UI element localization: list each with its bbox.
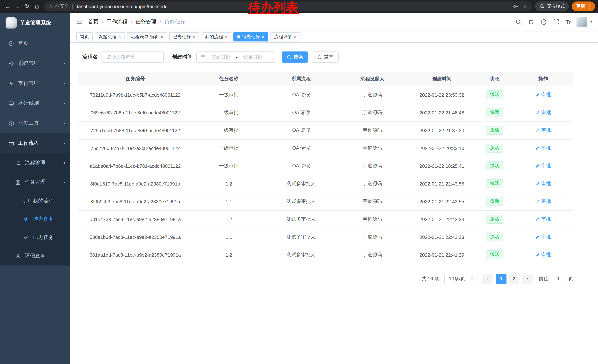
search-button-label: 搜索 xyxy=(293,54,303,60)
sidebar-item-workflow[interactable]: 工作流程 ▴ xyxy=(0,133,70,153)
initiator: 芋道源码 xyxy=(337,193,407,210)
next-page-button[interactable]: › xyxy=(523,274,533,284)
tab-close-icon[interactable]: × xyxy=(193,34,195,39)
created-time: 2022-01-21 22:41:29 xyxy=(407,246,476,264)
table-row: 381aa1dd-7ac8-11ec-a9e2-a2380e71991a1.2测… xyxy=(78,246,573,264)
key-icon[interactable] xyxy=(513,4,519,9)
process-name-input[interactable] xyxy=(101,51,164,63)
sidebar-item-pay[interactable]: ¥ 支付管理 ▾ xyxy=(0,73,70,93)
search-button[interactable]: 搜索 xyxy=(282,51,308,63)
page-number-button[interactable]: 2 xyxy=(509,274,519,284)
tab-close-icon[interactable]: × xyxy=(118,34,121,39)
sidebar-item-label: 我的流程 xyxy=(33,198,65,204)
start-date-input[interactable] xyxy=(207,54,234,60)
approve-link[interactable]: 审批 xyxy=(535,216,551,223)
tab-首页[interactable]: 首页 xyxy=(76,32,93,41)
sidebar-item-done-task[interactable]: 已办任务 xyxy=(0,228,70,246)
sidebar-item-task-mgmt[interactable]: 任务管理 ▴ xyxy=(0,173,70,192)
tab-已办任务[interactable]: 已办任务× xyxy=(169,32,199,41)
monitor-icon xyxy=(8,100,15,106)
status-badge: 激活 xyxy=(486,179,503,188)
created-time: 2022-01-21 22:42:23 xyxy=(407,228,476,246)
security-warning-icon[interactable]: ⚠ xyxy=(49,4,53,9)
sidebar-item-dev[interactable]: 研发工具 ▾ xyxy=(0,113,70,133)
end-date-input[interactable] xyxy=(239,54,266,60)
tab-close-icon[interactable]: × xyxy=(294,34,297,39)
tab-close-icon[interactable]: × xyxy=(262,34,265,39)
browser-refresh-button[interactable]: ↻ xyxy=(22,1,32,11)
sidebar-toggle-icon[interactable] xyxy=(76,18,83,25)
pencil-icon xyxy=(535,146,540,150)
top-navbar: 首页/工作流程/任务管理/待办任务 ? TT ▾ xyxy=(70,13,598,31)
task-name: 一级审批 xyxy=(193,121,265,139)
breadcrumb-separator: / xyxy=(102,19,103,25)
sidebar-item-leave-query[interactable]: 请假查询 xyxy=(0,246,70,266)
approve-link[interactable]: 审批 xyxy=(535,180,551,187)
approve-link[interactable]: 审批 xyxy=(535,198,551,205)
approve-link[interactable]: 审批 xyxy=(535,91,551,98)
page-size-select[interactable]: 10条/页 ▾ xyxy=(444,274,476,284)
tab-close-icon[interactable]: × xyxy=(161,34,163,39)
created-time: 2022-01-21 22:43:55 xyxy=(407,175,476,193)
menu-kebab-icon[interactable]: ⋮ xyxy=(587,3,592,9)
breadcrumb-item[interactable]: 工作流程 xyxy=(107,18,127,25)
created-time: 2022-01-22 21:48:48 xyxy=(407,104,476,121)
page-numbers: 12 xyxy=(495,274,520,284)
pencil-icon xyxy=(535,181,540,186)
sidebar-item-my-process[interactable]: 我的流程 xyxy=(0,192,70,210)
approve-link[interactable]: 审批 xyxy=(535,251,551,258)
tab-发起流程[interactable]: 发起流程× xyxy=(95,32,125,41)
incognito-label: 无痕模式 xyxy=(547,3,565,9)
tab-流程表单-编辑[interactable]: 流程表单-编辑× xyxy=(127,32,167,41)
approve-link[interactable]: 审批 xyxy=(535,127,551,134)
goto-page-input[interactable] xyxy=(551,274,566,284)
pencil-icon xyxy=(535,110,540,115)
github-icon[interactable] xyxy=(528,19,534,25)
font-size-icon[interactable]: TT xyxy=(565,19,570,25)
tab-我的流程[interactable]: 我的流程× xyxy=(201,32,231,41)
browser-home-button[interactable] xyxy=(32,1,42,11)
search-icon[interactable] xyxy=(515,19,522,25)
approve-link[interactable]: 审批 xyxy=(535,162,551,169)
sidebar-item-home[interactable]: 首页 xyxy=(0,33,70,53)
table-row: 069c6a63-7b8a-11ec-8ef0-acde48001122一级审批… xyxy=(78,104,573,121)
created-time: 2022-01-22 21:37:30 xyxy=(407,121,476,139)
sidebar-item-process-mgmt[interactable]: 流程管理 ▾ xyxy=(0,153,70,173)
column-header: 所属流程 xyxy=(265,72,337,86)
page-number-button[interactable]: 1 xyxy=(496,274,507,284)
address-bar[interactable]: ⚠ 不安全 dashboard.yudao.iocoder.cn/bpm/tas… xyxy=(44,1,532,11)
tab-待办任务[interactable]: 待办任务× xyxy=(234,32,268,41)
sidebar-item-todo-task[interactable]: 待办任务 xyxy=(0,210,70,228)
incognito-icon xyxy=(539,4,545,9)
prev-page-button[interactable]: ‹ xyxy=(482,274,493,284)
chevron-down-icon: ▾ xyxy=(64,101,65,105)
user-avatar[interactable] xyxy=(577,17,587,27)
approve-link-label: 审批 xyxy=(541,127,551,134)
sidebar-item-infra[interactable]: 基础设施 ▾ xyxy=(0,93,70,113)
help-icon[interactable]: ? xyxy=(540,19,547,25)
update-button[interactable]: 更新 ⋮ xyxy=(572,1,595,11)
tab-close-icon[interactable]: × xyxy=(225,34,228,39)
task-id: 73211d9d-7b9b-11ec-b5b7-acde48001122 xyxy=(78,86,193,104)
approve-link[interactable]: 审批 xyxy=(535,145,551,152)
process-name: OA 请假 xyxy=(265,157,337,175)
bookmark-star-icon[interactable]: ☆ xyxy=(523,3,528,9)
reset-button[interactable]: 重置 xyxy=(312,51,339,63)
search-icon xyxy=(287,55,291,59)
home-icon xyxy=(34,4,40,9)
fullscreen-icon[interactable] xyxy=(553,19,559,25)
breadcrumb-item[interactable]: 任务管理 xyxy=(136,18,156,25)
action-cell: 审批 xyxy=(513,193,573,210)
approve-link[interactable]: 审批 xyxy=(535,109,551,116)
approve-link[interactable]: 审批 xyxy=(535,234,551,240)
browser-back-button[interactable]: ← xyxy=(3,1,13,11)
date-range-picker[interactable]: - xyxy=(196,51,276,63)
browser-forward-button[interactable]: → xyxy=(13,1,22,11)
avatar-caret-icon[interactable]: ▾ xyxy=(590,20,592,24)
process-name-label: 流程名 xyxy=(82,54,98,60)
sidebar-item-label: 请假查询 xyxy=(25,252,65,259)
sidebar-item-system[interactable]: 系统管理 ▾ xyxy=(0,53,70,73)
task-name: 一级审批 xyxy=(193,104,265,121)
tab-流程详情[interactable]: 流程详情× xyxy=(270,32,300,41)
breadcrumb-item[interactable]: 首页 xyxy=(88,18,99,25)
